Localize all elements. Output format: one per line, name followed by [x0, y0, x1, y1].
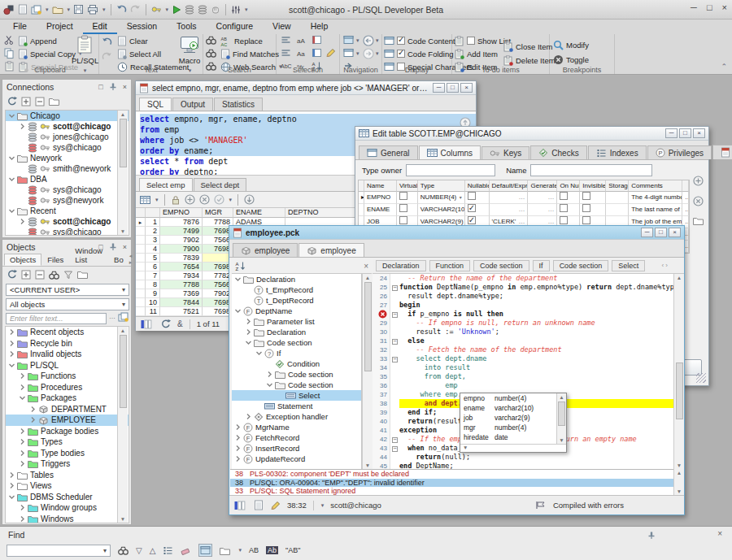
error-row-line-38[interactable]: 38PL/SQL: ORA-00904: "EMP"."DEPT": inval… — [230, 479, 673, 488]
connections-scrollbar[interactable]: ▲▼ — [117, 111, 128, 235]
connections-expand-icon[interactable] — [21, 97, 31, 106]
code-line-45[interactable]: 45end DeptName; — [373, 462, 673, 469]
tree-item-pl-sql[interactable]: PL/SQL — [6, 360, 129, 371]
breadcrumb-code-section[interactable]: Code section — [473, 260, 529, 271]
find-matches-button[interactable]: Find Matches — [220, 48, 279, 59]
collapse-icon[interactable] — [255, 349, 264, 357]
edit-tab-triggers[interactable]: Triggers — [712, 145, 732, 159]
expand-icon[interactable] — [19, 460, 28, 467]
find-down-icon[interactable]: ▽ — [136, 546, 142, 555]
sql-tab-statistics[interactable]: Statistics — [214, 98, 263, 111]
substitution-icon[interactable]: & — [177, 319, 183, 328]
cell[interactable]: 7839 — [160, 254, 203, 263]
breadcrumb-if[interactable]: If — [533, 260, 550, 271]
tree-item-chicago[interactable]: Chicago — [6, 111, 129, 121]
expand-icon[interactable] — [234, 445, 243, 452]
delete-item-button[interactable]: Delete Item — [503, 54, 556, 66]
match-case-button[interactable]: AB — [249, 546, 259, 554]
nullable-checkbox[interactable] — [468, 192, 476, 200]
expand-icon[interactable] — [245, 413, 254, 420]
menu-project[interactable]: Project — [37, 20, 83, 34]
objects-collapse-icon[interactable] — [35, 270, 45, 280]
tree-item-recent-objects[interactable]: Recent objects — [6, 327, 129, 338]
tree-item-updaterecord[interactable]: FUpdateRecord — [232, 454, 361, 464]
objects-refresh-icon[interactable] — [7, 269, 17, 280]
popup-expand-strip[interactable]: ▼ — [460, 444, 566, 452]
tree-item-sys-chicago[interactable]: sys@chicago — [6, 184, 129, 195]
cell[interactable]: 7900 — [160, 245, 203, 254]
fold-toggle[interactable]: − — [390, 336, 399, 345]
on-null-cell[interactable] — [557, 192, 580, 204]
fold-toggle[interactable]: − — [390, 444, 399, 453]
code-text[interactable]: -- Return the name of the department — [399, 274, 673, 283]
completion-item-ename[interactable]: enamevarchar2(10) — [460, 403, 556, 413]
tree-item-exception-handler[interactable]: Exception handler — [232, 411, 361, 422]
expand-icon[interactable] — [8, 482, 17, 489]
objects-expand-icon[interactable] — [21, 270, 31, 280]
lock-record-icon[interactable] — [171, 195, 181, 205]
invisible-checkbox[interactable] — [582, 204, 590, 212]
highlight-icon[interactable] — [325, 48, 336, 58]
fold-toggle[interactable]: − — [390, 354, 399, 363]
insert-record-icon[interactable] — [185, 194, 195, 205]
display-checkbox[interactable] — [397, 37, 405, 45]
comment-icon[interactable] — [312, 35, 322, 45]
collapse-icon[interactable] — [8, 362, 17, 369]
error-row-line-33[interactable]: 33PL/SQL: SQL Statement ignored — [230, 487, 673, 495]
nullable-cell[interactable] — [465, 192, 490, 204]
result-tab-select-emp[interactable]: Select emp — [139, 178, 193, 191]
objects-close-icon[interactable]: × — [123, 243, 127, 251]
pck-tab-body[interactable]: employee — [298, 243, 364, 257]
code-text[interactable]: result dept.dname%type; — [399, 292, 673, 301]
code-scrollbar[interactable]: ▲▼ — [673, 274, 684, 469]
fold-toggle[interactable]: − — [390, 283, 399, 292]
comments-more-cell[interactable]: … — [682, 204, 689, 216]
tree-item-select[interactable]: Select — [232, 390, 361, 401]
type-owner-input[interactable] — [406, 164, 495, 176]
column-name-cell[interactable]: EMPNO — [364, 192, 397, 204]
expand-icon[interactable] — [19, 218, 28, 225]
break-button[interactable] — [211, 5, 220, 15]
code-text[interactable]: result := 'Unknown'; — [399, 328, 673, 336]
pck-tab-specification[interactable]: employee — [233, 243, 298, 257]
edit-tab-indexes[interactable]: Indexes — [588, 145, 647, 159]
code-text[interactable]: emp — [399, 381, 673, 390]
fold-toggle[interactable]: − — [390, 435, 399, 444]
tree-item-code-section[interactable]: Code section — [232, 380, 361, 390]
on-null-checkbox[interactable] — [560, 192, 568, 200]
collapse-icon[interactable] — [266, 381, 275, 389]
collapse-icon[interactable] — [8, 176, 17, 183]
toggle-breakpoint-button[interactable]: Toggle — [553, 54, 589, 65]
expand-icon[interactable] — [234, 455, 243, 462]
completion-item-hiredate[interactable]: hiredatedate — [460, 432, 556, 442]
expand-icon[interactable] — [29, 416, 38, 423]
pck-tree-scrollbar[interactable]: ▲▼ — [362, 274, 373, 469]
display-option-0[interactable]: Code Contents — [384, 35, 459, 46]
expand-icon[interactable] — [8, 350, 17, 358]
tree-item-package-bodies[interactable]: Package bodies — [6, 426, 129, 437]
pck-restore-button[interactable]: □ — [655, 228, 667, 237]
cell[interactable]: 7934 — [160, 271, 203, 280]
code-line-33[interactable]: 33− select dept.dname — [373, 354, 673, 363]
expand-icon[interactable] — [8, 471, 17, 479]
code-line-28[interactable]: − if p_empno is null then — [373, 310, 673, 319]
menu-help[interactable]: Help — [301, 20, 338, 34]
connections-refresh-icon[interactable] — [7, 96, 17, 106]
unindent-icon[interactable] — [281, 48, 291, 58]
tree-item-sys-newyork[interactable]: sys@newyork — [6, 195, 129, 206]
expand-icon[interactable] — [8, 340, 17, 347]
pck-close-button[interactable]: × — [669, 228, 681, 237]
open-button[interactable] — [52, 5, 63, 15]
cell[interactable]: 7876 — [160, 218, 203, 227]
code-text[interactable]: else — [399, 336, 673, 345]
sql-minimize-button[interactable]: ─ — [433, 83, 445, 93]
clear-button[interactable]: Clear — [117, 35, 148, 46]
fetch-last-icon[interactable] — [244, 194, 255, 205]
code-line-27[interactable]: 27begin — [373, 301, 673, 310]
logon-dropdown[interactable]: ▾ — [166, 7, 169, 13]
grid-options-icon[interactable] — [140, 195, 150, 205]
connections-restore-icon[interactable]: □ — [98, 83, 102, 91]
expand-icon[interactable] — [266, 371, 275, 378]
find-list-icon[interactable] — [163, 545, 173, 555]
completion-item-mgr[interactable]: mgrnumber(4) — [460, 423, 556, 432]
